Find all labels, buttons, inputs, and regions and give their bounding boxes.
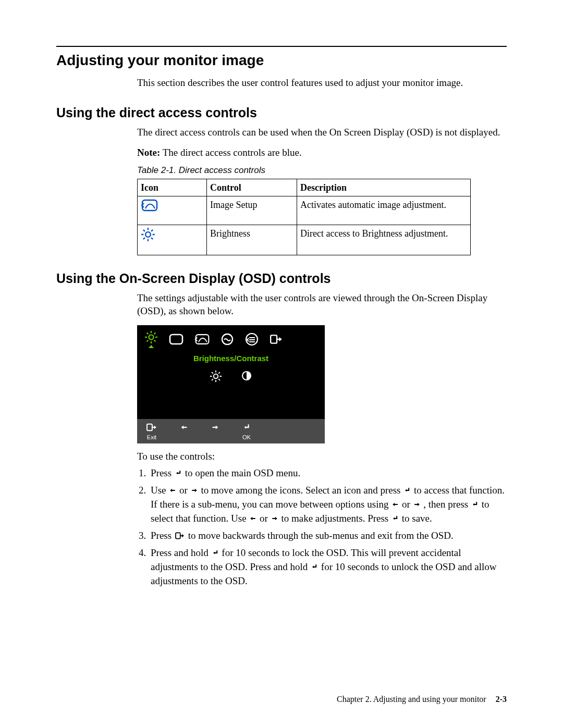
intro-paragraph: This section describes the user control … [137, 76, 507, 90]
enter-icon [174, 469, 182, 477]
instruction-step: Press to move backwards through the sub-… [149, 529, 507, 543]
th-icon: Icon [138, 179, 207, 196]
exit-icon [145, 423, 158, 432]
heading-direct-access: Using the direct access controls [56, 105, 507, 120]
osd-sun-icon [144, 330, 158, 344]
footer-page-number: 2-3 [496, 695, 507, 704]
exit-icon [174, 532, 186, 540]
osd-exit-label: Exit [147, 434, 156, 441]
page-footer: Chapter 2. Adjusting and using your moni… [337, 695, 507, 704]
enter-icon [310, 563, 319, 571]
heading-main: Adjusting your monitor image [56, 52, 507, 69]
step-text: Press and hold [151, 547, 211, 558]
step-text: to move backwards through the sub-menus … [188, 530, 454, 541]
th-control: Control [207, 179, 297, 196]
left-arrow-icon [249, 514, 257, 523]
right-arrow-icon [190, 486, 199, 495]
osd-active-indicator-icon [149, 345, 154, 348]
step-text: or [260, 513, 271, 524]
osd-mid-sun-icon [210, 370, 222, 382]
left-arrow-icon [168, 486, 177, 495]
table-row: Image Setup Activates automatic image ad… [138, 196, 471, 225]
direct-access-table: Icon Control Description Image Setup Act… [137, 179, 471, 255]
step-text: Use [151, 485, 168, 496]
table-row: Brightness Direct access to Brightness a… [138, 225, 471, 255]
cell-description: Activates automatic image adjustment. [297, 196, 471, 225]
osd-ok-label: OK [242, 434, 251, 441]
step-text: to save. [402, 513, 432, 524]
instruction-step: Use or to move among the icons. Select a… [149, 484, 507, 526]
osd-exit-top-icon [270, 334, 283, 345]
osd-right-button [210, 422, 221, 441]
enter-icon [211, 549, 219, 557]
step-text: or [402, 499, 413, 510]
left-arrow-icon [391, 500, 399, 509]
osd-ok-button: OK [241, 422, 252, 441]
instruction-step: Press to open the main OSD menu. [149, 466, 507, 480]
osd-mid-contrast-icon [241, 370, 252, 381]
step-text: , then press [423, 499, 471, 510]
osd-exit-button: Exit [145, 422, 158, 441]
step-text: Press [151, 530, 174, 541]
enter-icon [241, 423, 252, 432]
th-description: Description [297, 179, 471, 196]
osd-menu-label: Brightness/Contrast [137, 350, 325, 370]
osd-imgsetup-icon [194, 333, 210, 346]
note-line: Note: The direct access controls are blu… [137, 146, 507, 159]
osd-paragraph: The settings adjustable with the user co… [137, 291, 507, 318]
enter-icon [471, 500, 479, 509]
osd-props-icon [221, 332, 234, 346]
right-arrow-icon [271, 514, 279, 523]
heading-osd-controls: Using the On-Screen Display (OSD) contro… [56, 271, 507, 286]
step-text: Press [151, 467, 174, 478]
cell-control: Image Setup [207, 196, 297, 225]
cell-description: Direct access to Brightness adjustment. [297, 225, 471, 255]
image-setup-icon [141, 199, 158, 212]
cell-control: Brightness [207, 225, 297, 255]
instructions-list: Press to open the main OSD menu. Use or … [137, 466, 507, 588]
table-caption: Table 2-1. Direct access controls [137, 165, 507, 177]
right-arrow-icon [210, 423, 221, 432]
direct-access-paragraph: The direct access controls can be used w… [137, 126, 507, 139]
step-text: or [179, 485, 190, 496]
right-arrow-icon [413, 500, 421, 509]
step-text: to make adjustments. Press [281, 513, 391, 524]
osd-options-icon [244, 333, 259, 346]
osd-screenshot: Brightness/Contrast Exit [137, 325, 325, 443]
enter-icon [403, 486, 411, 495]
footer-chapter: Chapter 2. Adjusting and using your moni… [337, 695, 486, 704]
note-label: Note: [137, 147, 160, 158]
instruction-step: Press and hold for 10 seconds to lock th… [149, 546, 507, 588]
osd-rect-icon [168, 333, 184, 346]
left-arrow-icon [179, 423, 189, 432]
enter-icon [391, 514, 399, 523]
step-text: to open the main OSD menu. [185, 467, 301, 478]
instructions-intro: To use the controls: [137, 450, 507, 463]
osd-left-button [179, 422, 189, 441]
note-text: The direct access controls are blue. [160, 147, 301, 158]
step-text: to move among the icons. Select an icon … [201, 485, 403, 496]
brightness-icon [141, 227, 155, 242]
table-header-row: Icon Control Description [138, 179, 471, 196]
